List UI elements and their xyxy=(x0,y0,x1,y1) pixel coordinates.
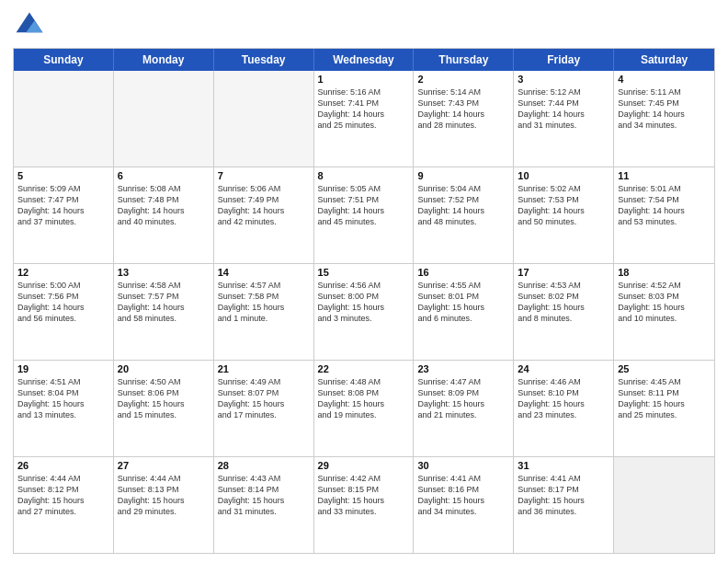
header-cell-thursday: Thursday xyxy=(414,49,514,71)
calendar-cell: 29Sunrise: 4:42 AM Sunset: 8:15 PM Dayli… xyxy=(314,457,415,553)
calendar-cell: 4Sunrise: 5:11 AM Sunset: 7:45 PM Daylig… xyxy=(614,71,714,167)
calendar-cell: 28Sunrise: 4:43 AM Sunset: 8:14 PM Dayli… xyxy=(214,457,314,553)
day-number: 24 xyxy=(518,363,609,374)
header-cell-saturday: Saturday xyxy=(614,49,714,71)
day-number: 13 xyxy=(118,267,210,278)
calendar-cell: 9Sunrise: 5:04 AM Sunset: 7:52 PM Daylig… xyxy=(414,167,514,263)
header-cell-monday: Monday xyxy=(114,49,214,71)
calendar-row: 19Sunrise: 4:51 AM Sunset: 8:04 PM Dayli… xyxy=(14,361,714,457)
header-cell-friday: Friday xyxy=(514,49,614,71)
calendar-cell: 5Sunrise: 5:09 AM Sunset: 7:47 PM Daylig… xyxy=(14,167,114,263)
day-info: Sunrise: 4:43 AM Sunset: 8:14 PM Dayligh… xyxy=(218,473,310,518)
day-number: 15 xyxy=(318,267,410,278)
day-info: Sunrise: 5:16 AM Sunset: 7:41 PM Dayligh… xyxy=(318,86,410,132)
calendar-cell: 8Sunrise: 5:05 AM Sunset: 7:51 PM Daylig… xyxy=(314,167,415,263)
day-info: Sunrise: 4:45 AM Sunset: 8:11 PM Dayligh… xyxy=(618,376,711,421)
calendar-cell: 16Sunrise: 4:55 AM Sunset: 8:01 PM Dayli… xyxy=(414,264,514,360)
day-info: Sunrise: 4:41 AM Sunset: 8:17 PM Dayligh… xyxy=(518,473,609,518)
day-info: Sunrise: 5:04 AM Sunset: 7:52 PM Dayligh… xyxy=(417,183,509,228)
calendar-cell: 7Sunrise: 5:06 AM Sunset: 7:49 PM Daylig… xyxy=(214,167,314,263)
calendar-cell: 3Sunrise: 5:12 AM Sunset: 7:44 PM Daylig… xyxy=(514,71,614,167)
day-info: Sunrise: 4:56 AM Sunset: 8:00 PM Dayligh… xyxy=(318,280,410,325)
calendar-cell: 22Sunrise: 4:48 AM Sunset: 8:08 PM Dayli… xyxy=(314,361,415,456)
header-cell-tuesday: Tuesday xyxy=(214,49,314,71)
day-info: Sunrise: 4:48 AM Sunset: 8:08 PM Dayligh… xyxy=(318,376,410,421)
day-number: 23 xyxy=(417,363,509,374)
day-number: 14 xyxy=(218,267,310,278)
day-number: 11 xyxy=(618,170,711,181)
day-number: 25 xyxy=(618,363,711,374)
day-info: Sunrise: 5:14 AM Sunset: 7:43 PM Dayligh… xyxy=(417,86,509,132)
calendar-cell: 23Sunrise: 4:47 AM Sunset: 8:09 PM Dayli… xyxy=(414,361,514,456)
calendar-row: 26Sunrise: 4:44 AM Sunset: 8:12 PM Dayli… xyxy=(14,457,714,553)
day-number: 26 xyxy=(17,460,109,471)
day-number: 29 xyxy=(318,460,410,471)
day-info: Sunrise: 5:05 AM Sunset: 7:51 PM Dayligh… xyxy=(318,183,410,228)
page: SundayMondayTuesdayWednesdayThursdayFrid… xyxy=(0,0,728,563)
day-number: 7 xyxy=(218,170,310,181)
calendar-cell: 19Sunrise: 4:51 AM Sunset: 8:04 PM Dayli… xyxy=(14,361,114,456)
day-number: 1 xyxy=(318,74,410,85)
day-info: Sunrise: 4:52 AM Sunset: 8:03 PM Dayligh… xyxy=(618,280,711,325)
calendar-cell: 24Sunrise: 4:46 AM Sunset: 8:10 PM Dayli… xyxy=(514,361,614,456)
day-info: Sunrise: 5:08 AM Sunset: 7:48 PM Dayligh… xyxy=(118,183,210,228)
calendar-cell: 2Sunrise: 5:14 AM Sunset: 7:43 PM Daylig… xyxy=(414,71,514,167)
day-number: 6 xyxy=(118,170,210,181)
calendar-cell xyxy=(14,71,114,167)
calendar-cell: 15Sunrise: 4:56 AM Sunset: 8:00 PM Dayli… xyxy=(314,264,415,360)
header xyxy=(13,9,715,42)
day-info: Sunrise: 5:02 AM Sunset: 7:53 PM Dayligh… xyxy=(518,183,609,228)
day-number: 9 xyxy=(417,170,509,181)
calendar-row: 1Sunrise: 5:16 AM Sunset: 7:41 PM Daylig… xyxy=(14,71,714,167)
calendar: SundayMondayTuesdayWednesdayThursdayFrid… xyxy=(13,48,715,554)
calendar-cell: 26Sunrise: 4:44 AM Sunset: 8:12 PM Dayli… xyxy=(14,457,114,553)
day-info: Sunrise: 4:58 AM Sunset: 7:57 PM Dayligh… xyxy=(118,280,210,325)
day-info: Sunrise: 4:51 AM Sunset: 8:04 PM Dayligh… xyxy=(17,376,109,421)
day-number: 17 xyxy=(518,267,609,278)
calendar-cell xyxy=(214,71,314,167)
day-info: Sunrise: 4:46 AM Sunset: 8:10 PM Dayligh… xyxy=(518,376,609,421)
calendar-cell xyxy=(614,457,714,553)
calendar-cell: 6Sunrise: 5:08 AM Sunset: 7:48 PM Daylig… xyxy=(114,167,214,263)
day-info: Sunrise: 4:49 AM Sunset: 8:07 PM Dayligh… xyxy=(218,376,310,421)
calendar-header-row: SundayMondayTuesdayWednesdayThursdayFrid… xyxy=(14,49,714,71)
day-info: Sunrise: 5:12 AM Sunset: 7:44 PM Dayligh… xyxy=(518,86,609,132)
day-number: 12 xyxy=(17,267,109,278)
day-number: 30 xyxy=(417,460,509,471)
day-number: 27 xyxy=(118,460,210,471)
calendar-cell: 27Sunrise: 4:44 AM Sunset: 8:13 PM Dayli… xyxy=(114,457,214,553)
day-info: Sunrise: 4:42 AM Sunset: 8:15 PM Dayligh… xyxy=(318,473,410,518)
calendar-cell: 11Sunrise: 5:01 AM Sunset: 7:54 PM Dayli… xyxy=(614,167,714,263)
day-info: Sunrise: 5:09 AM Sunset: 7:47 PM Dayligh… xyxy=(17,183,109,228)
day-info: Sunrise: 4:53 AM Sunset: 8:02 PM Dayligh… xyxy=(518,280,609,325)
calendar-cell: 20Sunrise: 4:50 AM Sunset: 8:06 PM Dayli… xyxy=(114,361,214,456)
day-number: 31 xyxy=(518,460,609,471)
header-cell-wednesday: Wednesday xyxy=(314,49,415,71)
day-number: 20 xyxy=(118,363,210,374)
day-info: Sunrise: 4:47 AM Sunset: 8:09 PM Dayligh… xyxy=(417,376,509,421)
calendar-cell: 30Sunrise: 4:41 AM Sunset: 8:16 PM Dayli… xyxy=(414,457,514,553)
calendar-cell: 13Sunrise: 4:58 AM Sunset: 7:57 PM Dayli… xyxy=(114,264,214,360)
day-number: 28 xyxy=(218,460,310,471)
calendar-cell: 18Sunrise: 4:52 AM Sunset: 8:03 PM Dayli… xyxy=(614,264,714,360)
day-number: 18 xyxy=(618,267,711,278)
calendar-row: 12Sunrise: 5:00 AM Sunset: 7:56 PM Dayli… xyxy=(14,264,714,361)
day-info: Sunrise: 5:11 AM Sunset: 7:45 PM Dayligh… xyxy=(618,86,711,132)
logo-icon xyxy=(13,9,46,42)
day-info: Sunrise: 4:55 AM Sunset: 8:01 PM Dayligh… xyxy=(417,280,509,325)
day-number: 21 xyxy=(218,363,310,374)
day-number: 3 xyxy=(518,74,609,85)
day-info: Sunrise: 4:44 AM Sunset: 8:12 PM Dayligh… xyxy=(17,473,109,518)
day-info: Sunrise: 5:00 AM Sunset: 7:56 PM Dayligh… xyxy=(17,280,109,325)
day-number: 2 xyxy=(417,74,509,85)
calendar-body: 1Sunrise: 5:16 AM Sunset: 7:41 PM Daylig… xyxy=(14,71,714,553)
day-number: 10 xyxy=(518,170,609,181)
day-number: 8 xyxy=(318,170,410,181)
calendar-cell: 14Sunrise: 4:57 AM Sunset: 7:58 PM Dayli… xyxy=(214,264,314,360)
day-number: 22 xyxy=(318,363,410,374)
calendar-cell: 25Sunrise: 4:45 AM Sunset: 8:11 PM Dayli… xyxy=(614,361,714,456)
day-info: Sunrise: 4:57 AM Sunset: 7:58 PM Dayligh… xyxy=(218,280,310,325)
day-info: Sunrise: 5:06 AM Sunset: 7:49 PM Dayligh… xyxy=(218,183,310,228)
calendar-cell: 12Sunrise: 5:00 AM Sunset: 7:56 PM Dayli… xyxy=(14,264,114,360)
calendar-cell: 31Sunrise: 4:41 AM Sunset: 8:17 PM Dayli… xyxy=(514,457,614,553)
